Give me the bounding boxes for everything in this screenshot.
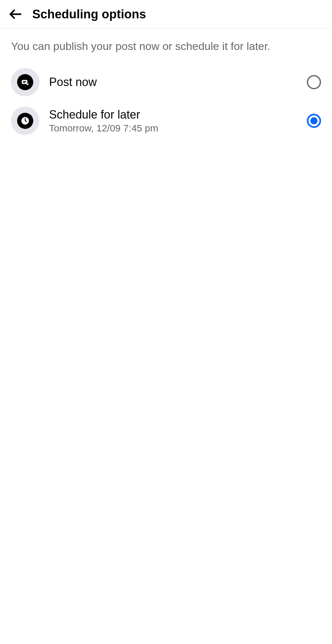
radio-schedule-later[interactable] <box>307 114 321 128</box>
post-now-icon-wrap <box>11 68 39 96</box>
svg-rect-0 <box>22 80 28 84</box>
option-schedule-later[interactable]: Schedule for later Tomorrow, 12/09 7:45 … <box>11 101 321 140</box>
radio-post-now[interactable] <box>307 75 321 89</box>
header: Scheduling options <box>0 0 332 29</box>
option-schedule-later-text: Schedule for later Tomorrow, 12/09 7:45 … <box>49 108 297 134</box>
page-title: Scheduling options <box>32 7 146 21</box>
content: You can publish your post now or schedul… <box>0 29 332 150</box>
option-schedule-later-title: Schedule for later <box>49 108 297 121</box>
schedule-later-icon-wrap <box>11 107 39 135</box>
clock-icon <box>17 113 33 129</box>
description-text: You can publish your post now or schedul… <box>11 39 321 54</box>
back-button[interactable] <box>8 6 23 22</box>
post-now-icon <box>17 74 33 90</box>
option-post-now-title: Post now <box>49 75 297 89</box>
option-post-now[interactable]: Post now <box>11 63 321 101</box>
option-schedule-later-subtitle: Tomorrow, 12/09 7:45 pm <box>49 123 297 134</box>
back-arrow-icon <box>8 6 23 22</box>
option-post-now-text: Post now <box>49 75 297 89</box>
